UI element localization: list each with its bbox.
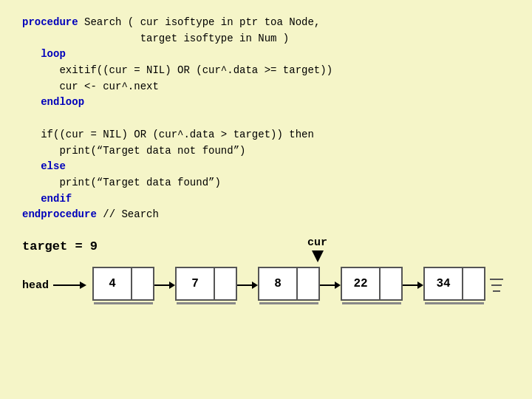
code-line-7 [22,111,510,127]
node-1: 4 [92,267,154,304]
node-3-arrow [320,282,341,289]
head-arrow [53,282,86,289]
code-line-10: else [22,159,510,175]
code-line-13: endprocedure // Search [22,207,510,223]
code-line-12: endif [22,191,510,208]
arrow-head [80,282,86,289]
code-line-1: procedure Search ( cur isoftype in ptr t… [22,15,510,31]
code-line-8: if((cur = NIL) OR (cur^.data > target)) … [22,127,510,143]
main-container: procedure Search ( cur isoftype in ptr t… [0,0,532,399]
node-4: 22 [341,267,403,304]
node-5-ptr [463,268,484,299]
code-line-11: print(“Target data found”) [22,175,510,191]
node-1-data: 4 [94,268,132,299]
code-line-5: cur <- cur^.next [22,79,510,95]
node-2-ptr [215,268,236,299]
code-line-4: exitif((cur = NIL) OR (cur^.data >= targ… [22,63,510,79]
target-label: target = 9 [22,239,98,253]
head-label: head [22,279,49,292]
nodes-container: 4 7 [92,267,491,304]
node-3: 8 [258,267,320,304]
node-2-data: 7 [177,268,215,299]
node-2: 7 [175,267,237,304]
node-3-ptr [298,268,318,299]
node-2-arrow [237,282,258,289]
code-line-2: target isoftype in Num ) [22,31,510,47]
kw-procedure: procedure [22,16,78,28]
head-section: head 4 [22,267,510,304]
cur-down-arrow [312,250,324,262]
node-3-data: 8 [259,268,298,299]
node-4-arrow [403,282,423,289]
node-5: 34 [423,267,485,304]
cur-label: cur [307,236,327,249]
node-1-arrow [154,282,175,289]
null-terminator [487,268,491,302]
code-block: procedure Search ( cur isoftype in ptr t… [22,15,510,223]
node-4-data: 22 [342,268,381,299]
bottom-section: target = 9 cur head 4 [22,239,510,304]
arrow-line [53,284,80,286]
code-line-6: endloop [22,95,510,111]
code-line-3: loop [22,47,510,63]
node-4-ptr [381,268,401,299]
node-5-data: 34 [425,268,463,299]
node-1-ptr [132,268,153,299]
code-line-9: print(“Target data not found”) [22,143,510,160]
